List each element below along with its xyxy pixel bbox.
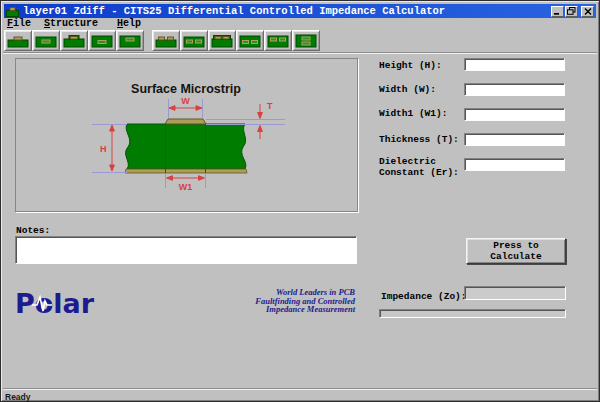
toolbar-coated-microstrip-button[interactable] <box>60 30 88 51</box>
toolbar <box>4 30 320 51</box>
height-label: Height (H): <box>379 60 467 71</box>
restore-button[interactable] <box>565 6 578 17</box>
diff-broadside-stripline-icon <box>295 33 317 49</box>
dim-label-t: T <box>267 101 273 111</box>
surface-microstrip-icon <box>7 33 29 49</box>
surface-microstrip-diagram: Surface Microstrip <box>16 59 357 211</box>
pcb-icon <box>6 6 19 17</box>
trace-shape <box>165 119 206 124</box>
stripline-icon <box>119 33 141 49</box>
toolbar-divider <box>3 52 597 54</box>
application-window: layer01 Zdiff - CITS25 Differential Cont… <box>0 0 600 402</box>
calculate-button[interactable]: Press to Calculate <box>466 238 566 264</box>
embedded-microstrip-icon <box>35 33 57 49</box>
polar-logo-text: Polar <box>15 288 95 318</box>
title-bar[interactable]: layer01 Zdiff - CITS25 Differential Cont… <box>4 4 596 18</box>
menu-structure[interactable]: Structure <box>44 18 98 30</box>
toolbar-surface-microstrip-button[interactable] <box>4 30 32 51</box>
impedance-label: Impedance (Zo): <box>381 291 467 302</box>
thickness-label: Thickness (T): <box>379 134 467 145</box>
restore-icon <box>567 7 576 15</box>
width-label: Width (W): <box>379 84 467 95</box>
dim-label-w1: W1 <box>179 182 193 192</box>
minimize-button[interactable] <box>551 6 564 17</box>
offset-stripline-icon <box>91 33 113 49</box>
width1-label: Width1 (W1): <box>379 108 467 119</box>
structure-diagram-panel: Surface Microstrip <box>15 58 358 212</box>
toolbar-diff-coated-microstrip-button[interactable] <box>208 30 236 51</box>
width-input[interactable] <box>464 83 565 96</box>
substrate-shape <box>126 124 246 169</box>
toolbar-diff-embedded-microstrip-button[interactable] <box>180 30 208 51</box>
window-title: layer01 Zdiff - CITS25 Differential Cont… <box>23 5 445 18</box>
toolbar-diff-offset-stripline-button[interactable] <box>236 30 264 51</box>
notes-input[interactable] <box>15 236 357 264</box>
menu-file[interactable]: File <box>7 18 31 30</box>
height-input[interactable] <box>464 58 565 71</box>
diff-embedded-microstrip-icon <box>183 33 205 49</box>
toolbar-stripline-button[interactable] <box>116 30 144 51</box>
ground-plane-shape <box>125 169 247 173</box>
menu-help[interactable]: Help <box>117 18 141 30</box>
close-button[interactable] <box>581 6 594 17</box>
diff-coated-microstrip-icon <box>211 33 233 49</box>
dim-label-w: W <box>181 96 190 106</box>
tagline: World Leaders in PCB Faultfinding and Co… <box>195 288 355 314</box>
menu-bar: File Structure Help <box>7 18 154 30</box>
dielectric-input[interactable] <box>464 158 565 171</box>
progress-bar <box>379 309 566 318</box>
coated-microstrip-icon <box>63 33 85 49</box>
toolbar-offset-stripline-button[interactable] <box>88 30 116 51</box>
dim-label-h: H <box>100 144 107 154</box>
toolbar-diff-stripline-button[interactable] <box>264 30 292 51</box>
toolbar-diff-broadside-stripline-button[interactable] <box>292 30 320 51</box>
notes-label: Notes: <box>16 225 50 236</box>
thickness-input[interactable] <box>464 133 565 146</box>
diff-offset-stripline-icon <box>239 33 261 49</box>
diagram-title: Surface Microstrip <box>131 82 241 96</box>
diff-surface-microstrip-icon <box>155 33 177 49</box>
toolbar-diff-surface-microstrip-button[interactable] <box>152 30 180 51</box>
status-bar-divider <box>3 388 597 390</box>
diff-stripline-icon <box>267 33 289 49</box>
dielectric-label: Dielectric Constant (Er): <box>379 156 467 178</box>
width1-input[interactable] <box>464 108 565 121</box>
toolbar-embedded-microstrip-button[interactable] <box>32 30 60 51</box>
polar-logo: Polar <box>15 288 110 323</box>
close-icon <box>584 8 592 15</box>
minimize-icon <box>553 8 562 15</box>
status-text: Ready <box>5 392 31 402</box>
impedance-result-field <box>464 286 566 300</box>
